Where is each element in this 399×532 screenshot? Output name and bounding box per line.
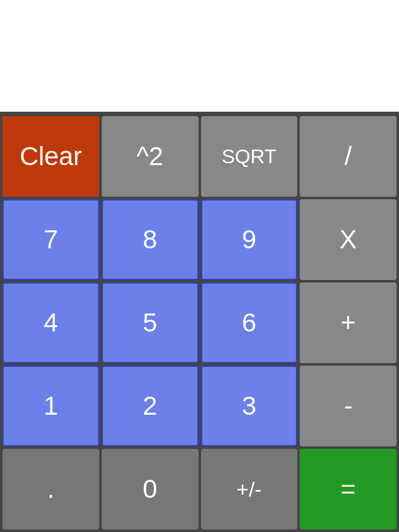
seven-button[interactable]: 7 xyxy=(2,199,99,280)
eight-button[interactable]: 8 xyxy=(102,199,199,280)
four-button[interactable]: 4 xyxy=(2,282,99,363)
dot-button[interactable]: . xyxy=(2,449,99,530)
keypad: Clear ^2 SQRT / 7 8 9 X 4 5 6 + 1 2 3 - … xyxy=(0,114,399,532)
square-button[interactable]: ^2 xyxy=(102,116,199,197)
zero-button[interactable]: 0 xyxy=(102,449,199,530)
divide-button[interactable]: / xyxy=(300,116,397,197)
subtract-button[interactable]: - xyxy=(300,366,397,446)
three-button[interactable]: 3 xyxy=(201,366,298,446)
plusminus-button[interactable]: +/- xyxy=(201,449,298,530)
equals-button[interactable]: = xyxy=(300,449,397,530)
five-button[interactable]: 5 xyxy=(102,282,199,363)
sqrt-button[interactable]: SQRT xyxy=(201,116,298,197)
six-button[interactable]: 6 xyxy=(201,282,298,363)
display-area xyxy=(0,0,399,114)
multiply-button[interactable]: X xyxy=(300,199,397,280)
one-button[interactable]: 1 xyxy=(2,366,99,446)
nine-button[interactable]: 9 xyxy=(201,199,298,280)
clear-button[interactable]: Clear xyxy=(2,116,99,197)
add-button[interactable]: + xyxy=(300,282,397,363)
two-button[interactable]: 2 xyxy=(102,366,199,446)
